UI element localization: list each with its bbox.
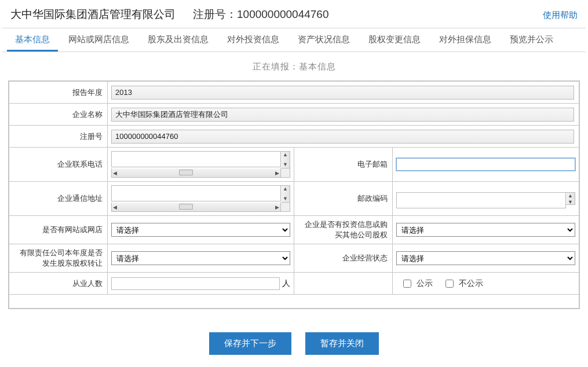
tab-bar: 基本信息 网站或网店信息 股东及出资信息 对外投资信息 资产状况信息 股权变更信…	[2, 28, 586, 52]
address-scroll-wrap: ▲▼ ◀▶	[111, 185, 290, 212]
tab-preview-publish[interactable]: 预览并公示	[502, 28, 561, 52]
page-header: 大中华国际集团酒店管理有限公司 注册号：100000000044760 使用帮助	[2, 0, 586, 28]
contact-phone-input[interactable]	[111, 151, 281, 167]
tab-asset-status[interactable]: 资产状况信息	[290, 28, 358, 52]
label-report-year: 报告年度	[9, 82, 108, 104]
address-horizontal-scrollbar[interactable]: ◀▶	[111, 203, 281, 212]
employees-unit: 人	[282, 278, 290, 289]
phone-scroll-wrap: ▲▼ ◀▶	[111, 151, 290, 178]
label-enterprise-name: 企业名称	[9, 104, 108, 126]
select-equity-transfer[interactable]: 请选择	[111, 251, 290, 265]
tab-shareholder-info[interactable]: 股东及出资信息	[140, 28, 217, 52]
label-contact-phone: 企业联系电话	[9, 148, 108, 182]
label-has-invest: 企业是否有投资信息或购买其他公司股权	[294, 216, 393, 244]
label-email: 电子邮箱	[294, 148, 393, 182]
select-biz-status[interactable]: 请选择	[396, 251, 575, 265]
tab-website-info[interactable]: 网站或网店信息	[60, 28, 137, 52]
field-enterprise-name: 大中华国际集团酒店管理有限公司	[111, 108, 574, 122]
section-title: 正在填报：基本信息	[2, 52, 586, 80]
checkbox-nonpublic-label: 不公示	[459, 278, 483, 289]
select-has-site[interactable]: 请选择	[111, 223, 290, 237]
email-input[interactable]	[396, 158, 575, 171]
reg-number-label: 注册号：100000000044760	[193, 7, 329, 22]
phone-horizontal-scrollbar[interactable]: ◀▶	[111, 168, 281, 178]
label-biz-status: 企业经营状态	[294, 244, 393, 273]
save-next-button[interactable]: 保存并下一步	[209, 332, 291, 355]
label-employees: 从业人数	[9, 273, 108, 295]
employees-input[interactable]	[111, 277, 280, 290]
tab-outbound-invest[interactable]: 对外投资信息	[219, 28, 287, 52]
label-reg-no: 注册号	[9, 126, 108, 148]
tab-basic-info[interactable]: 基本信息	[7, 28, 58, 52]
checkbox-nonpublic-wrapper[interactable]: 不公示	[443, 278, 483, 289]
page-root: 大中华国际集团酒店管理有限公司 注册号：100000000044760 使用帮助…	[0, 0, 588, 367]
phone-vertical-scrollbar[interactable]: ▲▼	[281, 151, 290, 168]
form-table: 报告年度 2013 企业名称 大中华国际集团酒店管理有限公司 注册号 10000…	[9, 81, 579, 309]
tab-equity-change[interactable]: 股权变更信息	[360, 28, 429, 52]
label-has-site: 是否有网站或网店	[9, 216, 108, 244]
tab-guarantee[interactable]: 对外担保信息	[431, 28, 499, 52]
checkbox-public-label: 公示	[417, 278, 433, 289]
postal-scroll-wrap: ▲▼	[396, 192, 575, 205]
postal-vertical-scrollbar[interactable]: ▲▼	[566, 192, 575, 205]
button-row: 保存并下一步 暂存并关闭	[2, 309, 586, 367]
save-close-button[interactable]: 暂存并关闭	[305, 332, 379, 355]
address-vertical-scrollbar[interactable]: ▲▼	[281, 185, 290, 203]
form-area: 报告年度 2013 企业名称 大中华国际集团酒店管理有限公司 注册号 10000…	[8, 80, 580, 309]
checkbox-public[interactable]	[403, 280, 411, 288]
postal-input[interactable]	[396, 192, 566, 208]
label-address: 企业通信地址	[9, 182, 108, 216]
company-name: 大中华国际集团酒店管理有限公司	[10, 7, 176, 22]
field-report-year: 2013	[111, 86, 574, 100]
label-postal: 邮政编码	[294, 182, 393, 216]
address-input[interactable]	[111, 185, 281, 201]
checkbox-public-wrapper[interactable]: 公示	[401, 278, 433, 289]
help-link[interactable]: 使用帮助	[543, 10, 578, 21]
label-equity-transfer: 有限责任公司本年度是否发生股东股权转让	[9, 244, 108, 273]
checkbox-nonpublic[interactable]	[445, 280, 454, 288]
visibility-options: 公示 不公示	[396, 278, 575, 289]
field-reg-no: 100000000044760	[111, 130, 574, 144]
select-has-invest[interactable]: 请选择	[396, 223, 575, 237]
